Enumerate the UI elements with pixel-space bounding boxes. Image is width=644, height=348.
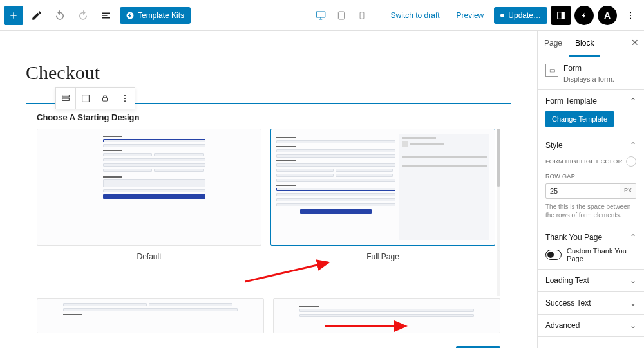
- block-type-button[interactable]: [56, 88, 75, 109]
- design-option-fullpage[interactable]: Full Page: [270, 129, 495, 296]
- rowgap-help: The this is the space between the rows o…: [545, 203, 636, 219]
- block-inserter-button[interactable]: [4, 6, 23, 25]
- sidebar-tabs: Page Block ✕: [538, 31, 644, 57]
- panel-heading[interactable]: Thank You Page: [545, 233, 602, 242]
- design-label: Default: [137, 252, 161, 261]
- block-info-panel: ▭ Form Displays a form.: [538, 57, 644, 90]
- design-thumb-default: [37, 129, 261, 246]
- chevron-up-icon[interactable]: ⌃: [630, 141, 636, 150]
- switch-to-draft-button[interactable]: Switch to draft: [384, 7, 446, 24]
- plugin-badge-bolt[interactable]: [574, 6, 594, 25]
- panel-heading: Loading Text: [545, 276, 589, 285]
- update-button[interactable]: Update…: [494, 7, 547, 24]
- panel-loading-text[interactable]: Loading Text ⌄: [538, 270, 644, 292]
- lock-icon: [100, 94, 109, 103]
- kebab-icon: [120, 94, 129, 103]
- panel-heading: Success Text: [545, 298, 591, 307]
- panel-thank-you: Thank You Page ⌃ Custom Thank You Page: [538, 226, 644, 270]
- svg-point-14: [124, 98, 126, 99]
- topbar-left: Template Kits: [4, 6, 191, 25]
- design-thumb-partial: [273, 298, 500, 333]
- design-thumb-partial: [37, 298, 264, 333]
- design-thumb-fullpage: [270, 129, 495, 246]
- change-template-button[interactable]: Change Template: [545, 111, 614, 127]
- block-more-button[interactable]: [115, 88, 135, 109]
- design-option-default[interactable]: Default: [37, 129, 261, 296]
- plus-icon: [8, 10, 19, 21]
- redo-button[interactable]: [73, 6, 93, 25]
- panel-success-text[interactable]: Success Text ⌄: [538, 292, 644, 315]
- svg-point-15: [124, 100, 126, 102]
- panel-form-template: Form Template ⌃ Change Template: [538, 90, 644, 134]
- preview-button[interactable]: Preview: [450, 7, 491, 24]
- highlight-color-swatch[interactable]: [626, 156, 636, 167]
- settings-panel-icon: [556, 10, 566, 21]
- redo-icon: [77, 10, 89, 21]
- edit-tool-button[interactable]: [27, 6, 46, 25]
- form-block-icon: [61, 93, 71, 104]
- panel-heading[interactable]: Style: [545, 141, 563, 150]
- chevron-down-icon: ⌄: [630, 298, 636, 307]
- chevron-down-icon: ⌄: [630, 276, 636, 285]
- svg-point-7: [630, 14, 631, 15]
- toggle-label: Custom Thank You Page: [567, 247, 636, 262]
- block-outline-button[interactable]: [76, 88, 95, 109]
- document-overview-button[interactable]: [97, 6, 116, 25]
- undo-button[interactable]: [50, 6, 70, 25]
- settings-sidebar-toggle[interactable]: [551, 6, 571, 25]
- form-block-selected[interactable]: Choose A Starting Design: [26, 103, 511, 348]
- design-option-partial-2[interactable]: [273, 298, 500, 333]
- design-label: Full Page: [366, 252, 399, 261]
- design-grid: Default: [37, 129, 500, 296]
- svg-rect-10: [62, 98, 70, 100]
- chevron-up-icon[interactable]: ⌃: [630, 96, 636, 105]
- plugin-badge-a[interactable]: A: [598, 6, 617, 25]
- device-tablet-button[interactable]: [333, 7, 350, 24]
- block-lock-button[interactable]: [95, 88, 115, 109]
- design-option-partial-1[interactable]: [37, 298, 264, 333]
- svg-point-8: [630, 17, 631, 19]
- panel-heading[interactable]: Form Template: [545, 96, 597, 105]
- svg-rect-1: [316, 12, 325, 17]
- list-view-icon: [100, 10, 112, 21]
- panel-advanced[interactable]: Advanced ⌄: [538, 315, 644, 337]
- highlight-color-label: FORM HIGHLIGHT COLOR: [545, 158, 623, 165]
- update-label: Update…: [508, 11, 541, 20]
- tablet-icon: [336, 10, 346, 21]
- bolt-icon: [580, 12, 588, 19]
- custom-thankyou-toggle[interactable]: [545, 250, 562, 260]
- rowgap-label: ROW GAP: [545, 173, 636, 179]
- outline-icon: [80, 93, 91, 104]
- more-options-button[interactable]: [621, 6, 640, 25]
- svg-point-6: [630, 12, 631, 13]
- block-toolbar: [55, 87, 135, 109]
- form-block-icon: ▭: [545, 64, 558, 77]
- svg-rect-12: [103, 98, 108, 101]
- device-mobile-button[interactable]: [354, 7, 370, 24]
- svg-rect-11: [82, 95, 90, 102]
- pencil-icon: [31, 10, 43, 21]
- template-kits-button[interactable]: Template Kits: [120, 7, 191, 24]
- rowgap-input[interactable]: 25 PX: [545, 183, 636, 199]
- svg-rect-3: [360, 12, 364, 19]
- template-kits-label: Template Kits: [138, 11, 184, 20]
- svg-rect-5: [562, 12, 565, 19]
- tab-block[interactable]: Block: [569, 31, 600, 57]
- editor-canvas[interactable]: Checkout Choose A Starting Design: [0, 31, 537, 348]
- topbar-right: Switch to draft Preview Update… A: [312, 6, 640, 25]
- sidebar-close-button[interactable]: ✕: [631, 37, 639, 48]
- undo-icon: [54, 10, 66, 21]
- device-desktop-button[interactable]: [312, 7, 329, 24]
- designs-scrollbar[interactable]: [497, 129, 500, 296]
- block-name: Form: [564, 64, 614, 73]
- design-chooser: Choose A Starting Design: [26, 104, 511, 340]
- tab-page[interactable]: Page: [538, 31, 569, 57]
- scrollbar-thumb[interactable]: [497, 129, 500, 187]
- page-title[interactable]: Checkout: [26, 62, 511, 84]
- rowgap-unit[interactable]: PX: [620, 184, 636, 198]
- rowgap-value[interactable]: 25: [546, 184, 620, 198]
- chevron-up-icon[interactable]: ⌃: [630, 233, 636, 242]
- dirty-dot-icon: [500, 14, 504, 17]
- kebab-icon: [625, 10, 636, 21]
- svg-rect-9: [62, 95, 70, 97]
